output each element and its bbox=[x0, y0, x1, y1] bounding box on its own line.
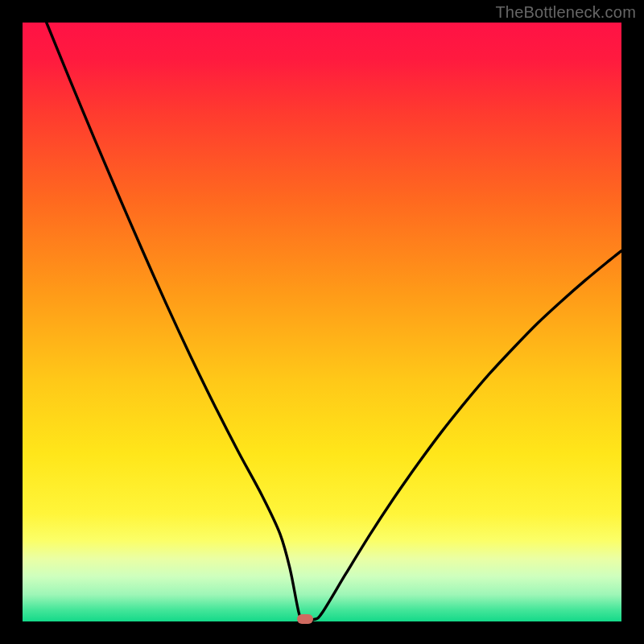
background-gradient bbox=[23, 23, 621, 621]
sweet-spot-marker bbox=[297, 614, 313, 624]
plot-svg bbox=[23, 23, 621, 621]
plot-area bbox=[23, 23, 621, 621]
chart-frame: TheBottleneck.com bbox=[0, 0, 644, 644]
watermark-text: TheBottleneck.com bbox=[495, 3, 636, 22]
